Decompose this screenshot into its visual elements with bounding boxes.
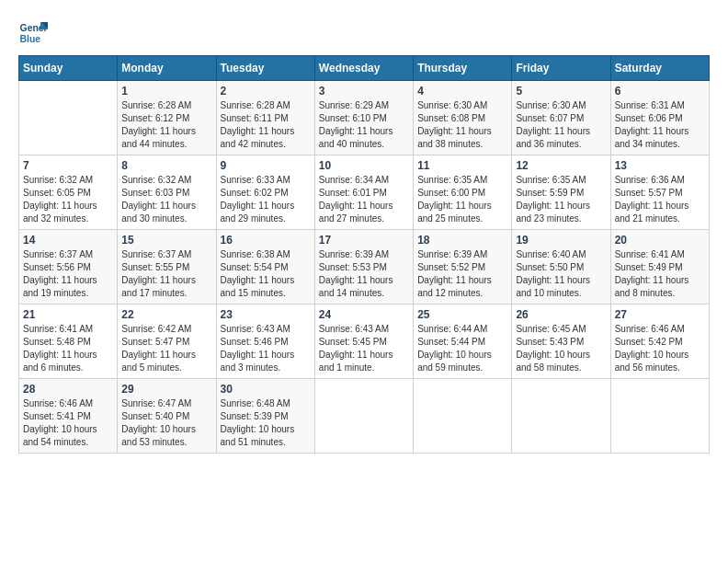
calendar-cell: 3Sunrise: 6:29 AMSunset: 6:10 PMDaylight… (314, 81, 413, 155)
day-info: Sunrise: 6:30 AMSunset: 6:07 PMDaylight:… (516, 99, 606, 151)
calendar-cell (314, 379, 413, 454)
day-info: Sunrise: 6:32 AMSunset: 6:03 PMDaylight:… (121, 174, 211, 225)
calendar-cell: 19Sunrise: 6:40 AMSunset: 5:50 PMDayligh… (512, 230, 610, 304)
day-info: Sunrise: 6:41 AMSunset: 5:49 PMDaylight:… (615, 248, 705, 300)
day-number: 22 (121, 308, 211, 321)
week-row-3: 21Sunrise: 6:41 AMSunset: 5:48 PMDayligh… (19, 304, 710, 379)
calendar-cell: 7Sunrise: 6:32 AMSunset: 6:05 PMDaylight… (19, 155, 118, 230)
day-info: Sunrise: 6:38 AMSunset: 5:54 PMDaylight:… (221, 248, 311, 300)
day-number: 24 (319, 308, 409, 321)
day-info: Sunrise: 6:32 AMSunset: 6:05 PMDaylight:… (23, 174, 113, 225)
day-number: 7 (23, 159, 113, 172)
day-number: 3 (319, 85, 409, 98)
calendar-cell: 13Sunrise: 6:36 AMSunset: 5:57 PMDayligh… (610, 155, 709, 230)
day-number: 10 (319, 159, 409, 172)
day-info: Sunrise: 6:45 AMSunset: 5:43 PMDaylight:… (516, 323, 606, 374)
day-info: Sunrise: 6:43 AMSunset: 5:46 PMDaylight:… (221, 323, 311, 374)
day-number: 16 (221, 234, 311, 247)
calendar-header: SundayMondayTuesdayWednesdayThursdayFrid… (19, 56, 710, 81)
weekday-sunday: Sunday (19, 56, 118, 81)
logo: General Blue (18, 18, 51, 48)
calendar-cell: 28Sunrise: 6:46 AMSunset: 5:41 PMDayligh… (19, 379, 118, 454)
day-number: 9 (221, 159, 311, 172)
day-info: Sunrise: 6:36 AMSunset: 5:57 PMDaylight:… (615, 174, 705, 225)
day-number: 14 (23, 234, 113, 247)
calendar-cell: 11Sunrise: 6:35 AMSunset: 6:00 PMDayligh… (414, 155, 512, 230)
calendar-cell: 15Sunrise: 6:37 AMSunset: 5:55 PMDayligh… (118, 230, 216, 304)
day-info: Sunrise: 6:33 AMSunset: 6:02 PMDaylight:… (221, 174, 311, 225)
day-number: 30 (221, 383, 311, 396)
day-info: Sunrise: 6:44 AMSunset: 5:44 PMDaylight:… (417, 323, 507, 374)
calendar-cell: 25Sunrise: 6:44 AMSunset: 5:44 PMDayligh… (414, 304, 512, 379)
calendar-table: SundayMondayTuesdayWednesdayThursdayFrid… (18, 55, 710, 454)
day-number: 6 (615, 85, 705, 98)
calendar-cell: 27Sunrise: 6:46 AMSunset: 5:42 PMDayligh… (610, 304, 709, 379)
day-info: Sunrise: 6:30 AMSunset: 6:08 PMDaylight:… (417, 99, 507, 151)
calendar-cell: 5Sunrise: 6:30 AMSunset: 6:07 PMDaylight… (512, 81, 610, 155)
calendar-cell: 30Sunrise: 6:48 AMSunset: 5:39 PMDayligh… (216, 379, 314, 454)
calendar-cell: 6Sunrise: 6:31 AMSunset: 6:06 PMDaylight… (610, 81, 709, 155)
weekday-friday: Friday (512, 56, 610, 81)
day-number: 19 (516, 234, 606, 247)
calendar-body: 1Sunrise: 6:28 AMSunset: 6:12 PMDaylight… (19, 81, 710, 454)
calendar-cell: 14Sunrise: 6:37 AMSunset: 5:56 PMDayligh… (19, 230, 118, 304)
week-row-0: 1Sunrise: 6:28 AMSunset: 6:12 PMDaylight… (19, 81, 710, 155)
day-number: 15 (121, 234, 211, 247)
day-number: 2 (221, 85, 311, 98)
calendar-cell: 8Sunrise: 6:32 AMSunset: 6:03 PMDaylight… (118, 155, 216, 230)
day-info: Sunrise: 6:47 AMSunset: 5:40 PMDaylight:… (121, 397, 211, 449)
day-number: 13 (615, 159, 705, 172)
weekday-header-row: SundayMondayTuesdayWednesdayThursdayFrid… (19, 56, 710, 81)
day-info: Sunrise: 6:39 AMSunset: 5:52 PMDaylight:… (417, 248, 507, 300)
day-info: Sunrise: 6:28 AMSunset: 6:11 PMDaylight:… (221, 99, 311, 151)
weekday-saturday: Saturday (610, 56, 709, 81)
calendar-cell: 18Sunrise: 6:39 AMSunset: 5:52 PMDayligh… (414, 230, 512, 304)
day-number: 26 (516, 308, 606, 321)
day-number: 4 (417, 85, 507, 98)
day-info: Sunrise: 6:34 AMSunset: 6:01 PMDaylight:… (319, 174, 409, 225)
calendar-cell: 16Sunrise: 6:38 AMSunset: 5:54 PMDayligh… (216, 230, 314, 304)
day-info: Sunrise: 6:41 AMSunset: 5:48 PMDaylight:… (23, 323, 113, 374)
day-info: Sunrise: 6:35 AMSunset: 5:59 PMDaylight:… (516, 174, 606, 225)
day-number: 21 (23, 308, 113, 321)
day-number: 20 (615, 234, 705, 247)
calendar-cell: 2Sunrise: 6:28 AMSunset: 6:11 PMDaylight… (216, 81, 314, 155)
page-header: General Blue (18, 18, 710, 48)
calendar-cell: 21Sunrise: 6:41 AMSunset: 5:48 PMDayligh… (19, 304, 118, 379)
calendar-cell: 29Sunrise: 6:47 AMSunset: 5:40 PMDayligh… (118, 379, 216, 454)
calendar-cell: 4Sunrise: 6:30 AMSunset: 6:08 PMDaylight… (414, 81, 512, 155)
day-number: 28 (23, 383, 113, 396)
calendar-cell: 24Sunrise: 6:43 AMSunset: 5:45 PMDayligh… (314, 304, 413, 379)
week-row-4: 28Sunrise: 6:46 AMSunset: 5:41 PMDayligh… (19, 379, 710, 454)
calendar-cell (512, 379, 610, 454)
logo-icon: General Blue (18, 18, 48, 48)
week-row-1: 7Sunrise: 6:32 AMSunset: 6:05 PMDaylight… (19, 155, 710, 230)
calendar-cell (610, 379, 709, 454)
day-info: Sunrise: 6:40 AMSunset: 5:50 PMDaylight:… (516, 248, 606, 300)
day-info: Sunrise: 6:46 AMSunset: 5:42 PMDaylight:… (615, 323, 705, 374)
weekday-thursday: Thursday (414, 56, 512, 81)
weekday-tuesday: Tuesday (216, 56, 314, 81)
day-info: Sunrise: 6:43 AMSunset: 5:45 PMDaylight:… (319, 323, 409, 374)
day-info: Sunrise: 6:48 AMSunset: 5:39 PMDaylight:… (221, 397, 311, 449)
calendar-cell: 1Sunrise: 6:28 AMSunset: 6:12 PMDaylight… (118, 81, 216, 155)
day-number: 5 (516, 85, 606, 98)
day-info: Sunrise: 6:29 AMSunset: 6:10 PMDaylight:… (319, 99, 409, 151)
calendar-cell: 12Sunrise: 6:35 AMSunset: 5:59 PMDayligh… (512, 155, 610, 230)
day-number: 23 (221, 308, 311, 321)
day-number: 17 (319, 234, 409, 247)
week-row-2: 14Sunrise: 6:37 AMSunset: 5:56 PMDayligh… (19, 230, 710, 304)
day-info: Sunrise: 6:31 AMSunset: 6:06 PMDaylight:… (615, 99, 705, 151)
day-info: Sunrise: 6:39 AMSunset: 5:53 PMDaylight:… (319, 248, 409, 300)
calendar-cell: 17Sunrise: 6:39 AMSunset: 5:53 PMDayligh… (314, 230, 413, 304)
day-info: Sunrise: 6:28 AMSunset: 6:12 PMDaylight:… (121, 99, 211, 151)
day-number: 29 (121, 383, 211, 396)
calendar-cell: 23Sunrise: 6:43 AMSunset: 5:46 PMDayligh… (216, 304, 314, 379)
day-info: Sunrise: 6:46 AMSunset: 5:41 PMDaylight:… (23, 397, 113, 449)
day-info: Sunrise: 6:37 AMSunset: 5:55 PMDaylight:… (121, 248, 211, 300)
day-number: 8 (121, 159, 211, 172)
day-number: 12 (516, 159, 606, 172)
day-info: Sunrise: 6:35 AMSunset: 6:00 PMDaylight:… (417, 174, 507, 225)
calendar-cell: 26Sunrise: 6:45 AMSunset: 5:43 PMDayligh… (512, 304, 610, 379)
calendar-cell: 10Sunrise: 6:34 AMSunset: 6:01 PMDayligh… (314, 155, 413, 230)
